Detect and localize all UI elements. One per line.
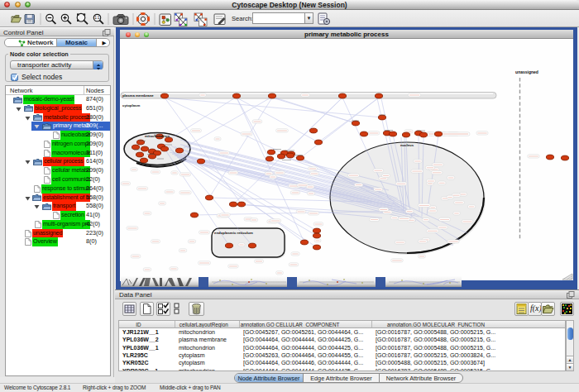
svg-text:unassigned: unassigned	[515, 69, 538, 74]
svg-text:plasma membrane: plasma membrane	[122, 93, 154, 98]
svg-text:1:1: 1:1	[94, 16, 100, 20]
svg-text:nucleus: nucleus	[400, 143, 414, 147]
svg-text:endoplasmic reticulum: endoplasmic reticulum	[214, 231, 253, 235]
svg-text:mitochondrion: mitochondrion	[145, 134, 170, 138]
svg-text:cytoplasm: cytoplasm	[122, 103, 140, 108]
